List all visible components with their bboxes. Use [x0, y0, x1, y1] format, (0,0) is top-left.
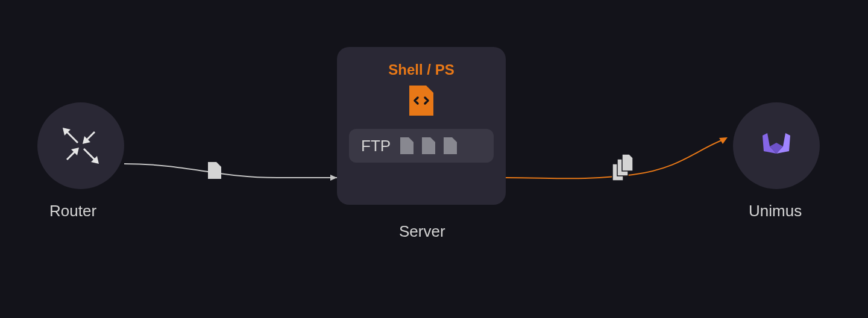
unimus-label: Unimus	[749, 202, 802, 220]
unimus-logo-icon	[755, 125, 797, 167]
file-icon	[399, 136, 415, 155]
shell-title: Shell / PS	[388, 61, 454, 78]
server-node: Shell / PS FTP	[337, 47, 506, 205]
svg-marker-1	[719, 137, 728, 144]
router-arrows-icon	[60, 125, 102, 167]
svg-marker-0	[330, 175, 337, 181]
unimus-node	[733, 102, 820, 189]
file-stack-icon	[611, 153, 639, 184]
router-label: Router	[49, 202, 96, 220]
router-node	[37, 102, 124, 189]
file-icon	[421, 136, 436, 155]
ftp-row: FTP	[349, 129, 494, 163]
file-icon	[442, 136, 458, 155]
file-icon-single	[207, 161, 222, 180]
ftp-label: FTP	[361, 137, 391, 155]
code-file-icon	[408, 84, 435, 117]
ftp-files	[399, 136, 458, 155]
server-label: Server	[399, 222, 445, 241]
